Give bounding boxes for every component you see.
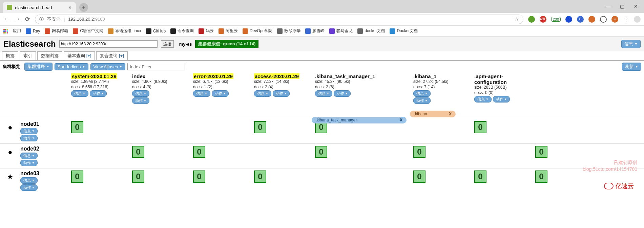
close-icon[interactable]: X xyxy=(400,118,402,122)
shard[interactable]: 0 xyxy=(71,170,83,183)
shard[interactable]: 0 xyxy=(474,121,486,133)
refresh-button[interactable]: 刷新▼ xyxy=(622,63,641,71)
shard[interactable]: 0 xyxy=(71,121,83,133)
index-name[interactable]: .kibana_1 xyxy=(413,73,471,79)
tab-3[interactable]: 基本查询 [+] xyxy=(64,51,95,60)
shard[interactable]: 0 xyxy=(193,170,205,183)
extension-badge[interactable]: 200 xyxy=(551,17,561,22)
abp-icon[interactable]: ABP xyxy=(540,16,546,23)
shard[interactable]: 0 xyxy=(474,170,486,183)
es-url-input[interactable] xyxy=(59,40,158,48)
tab-1[interactable]: 索引 xyxy=(20,51,36,60)
address-bar[interactable]: ⓘ 不安全 | 192.168.20.2:9100 ☆ xyxy=(35,15,523,24)
shard[interactable]: 0 xyxy=(535,146,547,158)
alias-bar[interactable]: .kibana_task_managerX xyxy=(312,117,407,123)
close-window-icon[interactable]: ✕ xyxy=(634,4,638,9)
view-aliases-button[interactable]: View Aliases▼ xyxy=(90,63,126,70)
extension-icon[interactable] xyxy=(600,16,607,23)
bookmark-item[interactable]: Ray xyxy=(26,28,40,34)
extension-icon[interactable]: G xyxy=(577,16,584,23)
maximize-icon[interactable]: ▢ xyxy=(620,4,624,9)
bookmark-item[interactable]: Docker文档 xyxy=(390,28,418,34)
browser-tab[interactable]: elasticsearch-head ✕ xyxy=(3,2,76,13)
menu-icon[interactable]: ⋮ xyxy=(623,16,629,23)
node-action-button[interactable]: 动作 ▼ xyxy=(20,184,38,191)
index-info-button[interactable]: 信息 ▼ xyxy=(254,90,271,97)
node-action-button[interactable]: 动作 ▼ xyxy=(20,135,38,141)
info-icon[interactable]: ⓘ xyxy=(39,16,44,22)
index-action-button[interactable]: 动作 ▼ xyxy=(132,97,149,104)
bookmark-item[interactable]: docker文档 xyxy=(357,28,385,34)
alias-bar[interactable]: .kibanaX xyxy=(410,111,456,117)
node-info-button[interactable]: 信息 ▼ xyxy=(20,128,38,134)
bookmark-item[interactable]: DevOps学院 xyxy=(243,28,272,34)
new-tab-button[interactable]: + xyxy=(79,3,88,12)
bookmark-item[interactable]: GitHub xyxy=(146,28,166,34)
node-info-button[interactable]: 信息 ▼ xyxy=(20,153,38,159)
index-name[interactable]: error-2020.01.29 xyxy=(193,73,233,79)
shard[interactable]: 0 xyxy=(193,146,205,158)
index-action-button[interactable]: 动作 ▼ xyxy=(413,97,431,104)
index-name[interactable]: .kibana_task_manager_1 xyxy=(315,73,410,79)
bookmark-item[interactable]: 网易邮箱 xyxy=(45,28,68,34)
index-action-button[interactable]: 动作 ▼ xyxy=(493,96,510,102)
index-name[interactable]: .apm-agent-configuration xyxy=(474,73,532,85)
bookmark-item[interactable]: 靠谱运维Linux xyxy=(108,28,141,34)
index-action-button[interactable]: 动作 ▼ xyxy=(334,90,351,97)
extension-icon[interactable] xyxy=(528,16,535,23)
bookmark-item[interactable]: 散尽浮华 xyxy=(277,28,300,34)
bookmark-item[interactable]: 阿里云 xyxy=(219,28,238,34)
tab-4[interactable]: 复合查询 [+] xyxy=(96,51,127,60)
cluster-sort-button[interactable]: 集群排序▼ xyxy=(24,63,53,71)
index-info-button[interactable]: 信息 ▼ xyxy=(413,90,431,97)
index-info-button[interactable]: 信息 ▼ xyxy=(474,96,492,102)
sort-indices-button[interactable]: Sort Indices▼ xyxy=(55,63,88,70)
tab-2[interactable]: 数据浏览 xyxy=(37,51,62,60)
shard[interactable]: 0 xyxy=(254,121,266,133)
minimize-icon[interactable]: — xyxy=(606,4,610,9)
index-info-button[interactable]: 信息 ▼ xyxy=(132,90,149,97)
bookmark-icon xyxy=(277,28,283,34)
node-info-button[interactable]: 信息 ▼ xyxy=(20,177,38,184)
node-name[interactable]: node03 xyxy=(20,170,71,177)
apps-icon[interactable] xyxy=(3,29,8,33)
back-icon[interactable]: ← xyxy=(3,16,9,23)
extension-icon[interactable] xyxy=(588,16,595,23)
info-button[interactable]: 信息▼ xyxy=(621,40,641,48)
star-icon[interactable]: ☆ xyxy=(514,16,519,22)
index-action-button[interactable]: 动作 ▼ xyxy=(212,90,229,97)
extension-icon[interactable]: ∞ xyxy=(611,16,618,23)
shard[interactable]: 0 xyxy=(132,170,144,183)
bookmark-item[interactable]: 码云 xyxy=(199,28,214,34)
index-name[interactable]: index xyxy=(132,73,190,79)
close-icon[interactable]: X xyxy=(449,112,452,116)
close-icon[interactable]: ✕ xyxy=(68,5,72,10)
tab-0[interactable]: 概览 xyxy=(2,51,18,60)
shard[interactable]: 0 xyxy=(132,146,144,158)
index-info-button[interactable]: 信息 ▼ xyxy=(71,90,88,97)
bookmark-item[interactable]: C语言中文网 xyxy=(73,28,103,34)
index-action-button[interactable]: 动作 ▼ xyxy=(90,90,107,97)
index-name[interactable]: system-2020.01.29 xyxy=(71,73,117,79)
bookmark-item[interactable]: 骏马金龙 xyxy=(329,28,353,34)
bookmark-item[interactable]: 命令查询 xyxy=(170,28,194,34)
reload-icon[interactable]: ⟳ xyxy=(25,16,30,23)
shard[interactable]: 0 xyxy=(413,170,425,183)
index-info-button[interactable]: 信息 ▼ xyxy=(315,90,332,97)
index-info-button[interactable]: 信息 ▼ xyxy=(193,90,210,97)
index-filter-input[interactable] xyxy=(127,63,185,70)
node-action-button[interactable]: 动作 ▼ xyxy=(20,160,38,166)
extension-icon[interactable] xyxy=(565,16,572,23)
index-action-button[interactable]: 动作 ▼ xyxy=(273,90,290,97)
connect-button[interactable]: 连接 xyxy=(161,40,174,48)
apps-label[interactable]: 应用 xyxy=(13,28,21,34)
shard[interactable]: 0 xyxy=(254,170,266,183)
shard[interactable]: 0 xyxy=(413,146,425,158)
bookmark-item[interactable]: 廖雪峰 xyxy=(305,28,325,34)
avatar-icon[interactable] xyxy=(634,16,641,23)
shard[interactable]: 0 xyxy=(535,170,547,183)
node-name[interactable]: node02 xyxy=(20,146,71,152)
index-name[interactable]: access-2020.01.29 xyxy=(254,73,299,79)
shard[interactable]: 0 xyxy=(315,146,327,158)
node-name[interactable]: node01 xyxy=(20,121,71,127)
